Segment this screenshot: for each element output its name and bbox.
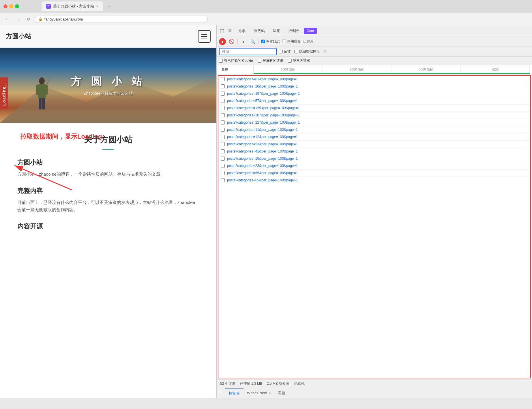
network-item[interactable]: posts?categories=65&per_page=100&page=1 — [218, 177, 530, 184]
network-item[interactable]: posts?categories=53&per_page=100&page=1 — [218, 141, 530, 148]
network-items-container: posts?categories=61&per_page=100&page=1 … — [218, 76, 530, 184]
network-item[interactable]: posts?categories=227&per_page=100&page=1 — [218, 119, 530, 126]
section1-heading: 方圆小站 — [17, 158, 199, 167]
bottom-tab-console[interactable]: 控制台 — [225, 388, 243, 398]
maximize-button[interactable] — [15, 4, 19, 8]
back-button[interactable]: ← — [3, 15, 12, 23]
network-item-checkbox[interactable] — [221, 106, 225, 110]
svg-rect-3 — [45, 85, 48, 95]
tab-console[interactable]: 控制台 — [284, 27, 304, 35]
invert-checkbox[interactable]: 反转 — [279, 49, 291, 54]
whatsnew-close[interactable]: × — [269, 391, 271, 395]
block-button[interactable]: 🚫 — [228, 38, 235, 45]
tab-elements[interactable]: 元素 — [234, 27, 250, 35]
network-item-name: posts?categories=135&per_page=100&page=1 — [227, 106, 300, 110]
new-tab-button[interactable]: + — [105, 2, 113, 10]
network-item[interactable]: posts?categories=19&per_page=100&page=1 — [218, 155, 530, 162]
bottom-tab-whatsnew[interactable]: What's New × — [243, 389, 274, 397]
network-item[interactable]: posts?categories=11&per_page=100&page=1 — [218, 126, 530, 133]
network-item-checkbox[interactable] — [221, 164, 225, 168]
network-item[interactable]: posts?categories=55&per_page=100&page=1 — [218, 170, 530, 177]
loading-text: Loading — [2, 86, 6, 106]
active-tab[interactable]: 方 关于方圆小站 - 方圆小站 × — [42, 1, 103, 11]
toolbar-separator-2 — [258, 39, 259, 44]
network-item-checkbox[interactable] — [221, 142, 225, 146]
bottom-tab-issues[interactable]: 问题 — [274, 389, 289, 397]
forward-button[interactable]: → — [14, 15, 22, 23]
refresh-button[interactable]: ↻ — [24, 15, 32, 23]
requests-count: 52 个请求 — [220, 381, 235, 386]
network-item-checkbox[interactable] — [221, 120, 225, 124]
address-bar[interactable]: 🔒 fangyuanxiaozhan.com — [35, 16, 208, 23]
disable-cache-checkbox[interactable]: 停用缓存 — [282, 39, 301, 44]
network-item[interactable]: posts?categories=135&per_page=100&page=1 — [218, 105, 530, 112]
network-item-name: posts?categories=55&per_page=100&page=1 — [227, 171, 298, 175]
section3-heading: 内容开源 — [17, 222, 199, 231]
network-item-name: posts?categories=11&per_page=100&page=1 — [227, 128, 298, 132]
loading-sidebar: Loading... — [0, 77, 8, 109]
tab-bar: 方 关于方圆小站 - 方圆小站 × + — [21, 1, 529, 12]
devtools-pointer-icon[interactable]: ⬚ — [218, 27, 226, 35]
network-item-name: posts?categories=53&per_page=100&page=1 — [227, 142, 298, 146]
intercepted-cookie-filter[interactable]: 有已拦截的 Cookie — [219, 58, 253, 63]
network-item-checkbox[interactable] — [221, 113, 225, 117]
network-item-name: posts?categories=61&per_page=100&page=1 — [227, 77, 298, 81]
network-item-checkbox[interactable] — [221, 84, 225, 88]
filter-bar: 反转 隐藏数据网址 全 — [217, 47, 532, 57]
network-item[interactable]: posts?categories=20&per_page=100&page=1 — [218, 83, 530, 90]
network-item-checkbox[interactable] — [221, 128, 225, 132]
svg-rect-4 — [39, 98, 42, 109]
network-item[interactable]: posts?categories=197&per_page=100&page=1 — [218, 90, 530, 97]
network-item-name: posts?categories=197&per_page=100&page=1 — [227, 92, 300, 96]
tab-sources[interactable]: 源代码 — [250, 27, 269, 35]
bottom-tabs-menu-icon[interactable]: ⋮ — [219, 391, 223, 395]
filter-input[interactable] — [219, 48, 277, 55]
menu-line-1 — [201, 34, 207, 35]
hero-title: 方 圆 小 站 — [71, 75, 145, 89]
timeline-name-col: 名称 — [219, 65, 254, 74]
network-item[interactable]: posts?categories=207&per_page=100&page=1 — [218, 112, 530, 119]
network-item[interactable]: posts?categories=61&per_page=100&page=1 — [218, 76, 530, 83]
close-button[interactable] — [3, 4, 8, 8]
page-content: 关于方圆小站 方圆小站 方圆小站，zhaoolee的博客，一个杂谈性质的网站，存… — [0, 123, 216, 246]
network-item-checkbox[interactable] — [221, 99, 225, 103]
blocked-request-filter[interactable]: 被屏蔽的请求 — [258, 58, 283, 63]
more-options[interactable]: 全 — [323, 49, 327, 54]
svg-rect-1 — [38, 84, 46, 98]
timeline-green-bar — [254, 73, 530, 74]
network-item[interactable]: posts?categories=12&per_page=100&page=1 — [218, 133, 530, 141]
timeline-marks: 1000 毫秒 2000 毫秒 3000 毫秒 4000 — [254, 65, 530, 74]
nav-bar: ← → ↻ 🔒 fangyuanxiaozhan.com — [0, 13, 532, 25]
network-item[interactable]: posts?categories=41&per_page=100&page=1 — [218, 148, 530, 155]
network-item-checkbox[interactable] — [221, 149, 225, 153]
minimize-button[interactable] — [9, 4, 13, 8]
filter-icon[interactable]: ▼ — [240, 38, 247, 45]
devtools-status-bar: 52 个请求 已传输 1.3 MB 2.5 MB 项资源 完成时: — [217, 380, 532, 388]
timeline-1000ms: 1000 毫秒 — [254, 65, 323, 74]
hero-text: 方 圆 小 站 Zhaoolee不聊技术的杂谈站 — [71, 75, 145, 96]
browser-chrome: 方 关于方圆小站 - 方圆小站 × + ← → ↻ 🔒 fangyuanxiao… — [0, 0, 532, 25]
search-icon[interactable]: 🔍 — [249, 38, 256, 45]
network-item-checkbox[interactable] — [221, 77, 225, 81]
tab-application[interactable]: 应用 — [269, 27, 284, 35]
third-party-filter[interactable]: 第三方请求 — [288, 58, 310, 63]
menu-button[interactable] — [198, 30, 211, 43]
network-item-checkbox[interactable] — [221, 178, 225, 182]
tab-close-button[interactable]: × — [96, 4, 98, 8]
devtools-toolbar: ● 🚫 ▼ 🔍 保留日志 停用缓存 已停用 — [217, 36, 532, 47]
network-item-checkbox[interactable] — [221, 171, 225, 175]
preserve-log-checkbox[interactable]: 保留日志 — [261, 39, 280, 44]
network-item-checkbox[interactable] — [221, 157, 225, 161]
timeline-3000ms: 3000 毫秒 — [392, 65, 461, 74]
record-button[interactable]: ● — [219, 38, 226, 45]
hide-data-url-checkbox[interactable]: 隐藏数据网址 — [294, 49, 320, 54]
svg-line-6 — [46, 78, 50, 85]
network-item[interactable]: posts?categories=57&per_page=100&page=1 — [218, 97, 530, 105]
tab-com[interactable]: Com — [304, 28, 317, 34]
network-item-checkbox[interactable] — [221, 135, 225, 139]
network-item-name: posts?categories=41&per_page=100&page=1 — [227, 149, 298, 153]
network-list[interactable]: posts?categories=61&per_page=100&page=1 … — [218, 75, 531, 378]
network-item[interactable]: posts?categories=23&per_page=100&page=1 — [218, 162, 530, 170]
network-item-checkbox[interactable] — [221, 92, 225, 96]
devtools-layers-icon[interactable]: ⧉ — [226, 27, 234, 35]
